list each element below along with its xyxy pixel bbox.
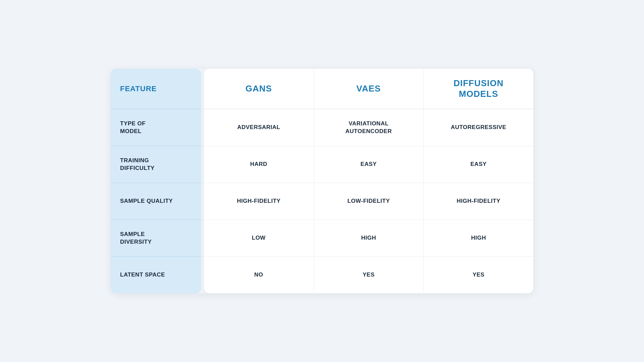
gans-diversity-value: LOW (252, 234, 266, 242)
cell-diffusion-diversity: HIGH (424, 220, 533, 256)
cell-gans-latent: NO (204, 257, 314, 293)
feature-row-1: TYPE OFMODEL (111, 109, 201, 146)
diffusion-quality-value: HIGH-FIDELITY (457, 197, 500, 205)
cell-gans-training: HARD (204, 146, 314, 183)
feature-label-training-difficulty: TRAININGDIFFICULTY (120, 157, 155, 172)
cell-gans-type: ADVERSARIAL (204, 109, 314, 146)
diffusion-training-value: EASY (471, 161, 487, 168)
feature-column: FEATURE TYPE OFMODEL TRAININGDIFFICULTY … (111, 69, 201, 293)
cell-vaes-quality: LOW-FIDELITY (314, 183, 424, 220)
comparison-table: FEATURE TYPE OFMODEL TRAININGDIFFICULTY … (111, 69, 533, 293)
vaes-diversity-value: HIGH (361, 234, 376, 242)
diffusion-diversity-value: HIGH (471, 234, 486, 242)
gans-header-label: GANs (246, 83, 272, 94)
feature-row-5: LATENT SPACE (111, 256, 201, 293)
column-header-vaes: VAEs (314, 69, 424, 109)
feature-row-4: SAMPLEDIVERSITY (111, 220, 201, 256)
cell-vaes-training: EASY (314, 146, 424, 183)
feature-header: FEATURE (111, 69, 201, 109)
vaes-training-value: EASY (361, 161, 377, 168)
diffusion-header-label: DIFFUSIONMODELS (453, 78, 503, 99)
data-row-2: HARD EASY EASY (204, 146, 533, 183)
diffusion-latent-value: YES (473, 271, 485, 279)
feature-label-sample-quality: SAMPLE QUALITY (120, 197, 173, 205)
feature-row-2: TRAININGDIFFICULTY (111, 146, 201, 183)
diffusion-type-value: AUTOREGRESSIVE (451, 124, 506, 131)
data-row-5: NO YES YES (204, 256, 533, 293)
feature-label-latent-space: LATENT SPACE (120, 271, 165, 279)
column-header-diffusion: DIFFUSIONMODELS (424, 69, 533, 109)
data-row-1: ADVERSARIAL VARIATIONALAUTOENCODER AUTOR… (204, 109, 533, 146)
feature-label-sample-diversity: SAMPLEDIVERSITY (120, 231, 152, 245)
cell-gans-diversity: LOW (204, 220, 314, 256)
cell-diffusion-quality: HIGH-FIDELITY (424, 183, 533, 220)
column-header-gans: GANs (204, 69, 314, 109)
cell-vaes-latent: YES (314, 257, 424, 293)
data-header-row: GANs VAEs DIFFUSIONMODELS (204, 69, 533, 109)
data-row-4: LOW HIGH HIGH (204, 220, 533, 256)
vaes-type-value: VARIATIONALAUTOENCODER (345, 120, 392, 135)
cell-diffusion-training: EASY (424, 146, 533, 183)
cell-vaes-diversity: HIGH (314, 220, 424, 256)
data-row-3: HIGH-FIDELITY LOW-FIDELITY HIGH-FIDELITY (204, 183, 533, 220)
feature-column-header: FEATURE (120, 84, 157, 93)
vaes-quality-value: LOW-FIDELITY (347, 197, 390, 205)
gans-training-value: HARD (250, 161, 267, 168)
gans-quality-value: HIGH-FIDELITY (237, 197, 280, 205)
cell-diffusion-type: AUTOREGRESSIVE (424, 109, 533, 146)
feature-label-type-of-model: TYPE OFMODEL (120, 120, 146, 135)
gans-latent-value: NO (254, 271, 263, 279)
data-section: GANs VAEs DIFFUSIONMODELS ADVERSARIAL VA… (204, 69, 533, 293)
vaes-header-label: VAEs (357, 83, 381, 94)
cell-diffusion-latent: YES (424, 257, 533, 293)
vaes-latent-value: YES (363, 271, 375, 279)
cell-gans-quality: HIGH-FIDELITY (204, 183, 314, 220)
feature-row-3: SAMPLE QUALITY (111, 183, 201, 220)
cell-vaes-type: VARIATIONALAUTOENCODER (314, 109, 424, 146)
gans-type-value: ADVERSARIAL (237, 124, 280, 131)
